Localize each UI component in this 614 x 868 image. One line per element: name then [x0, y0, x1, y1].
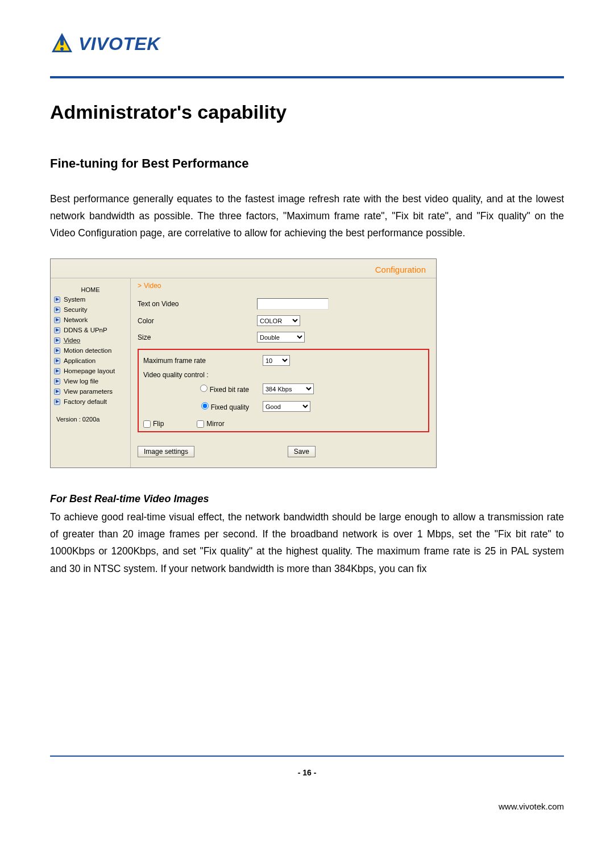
sidebar-item-view-parameters[interactable]: ▶ View parameters: [54, 386, 127, 397]
page-title: Administrator's capability: [50, 101, 564, 123]
header-rule: [50, 76, 564, 78]
arrow-right-icon: ▶: [54, 378, 60, 385]
arrow-right-icon: ▶: [54, 317, 60, 323]
configuration-screenshot: Configuration HOME ▶ System ▶ Security ▶…: [50, 258, 437, 468]
sidebar-item-motion-detection[interactable]: ▶ Motion detection: [54, 345, 127, 356]
config-content: >Video Text on Video Color COLOR Size: [130, 278, 436, 468]
subsection-paragraph: To achieve good real-time visual effect,…: [50, 508, 564, 577]
arrow-right-icon: ▶: [54, 307, 60, 313]
sidebar-item-label: DDNS & UPnP: [64, 327, 107, 333]
size-select[interactable]: Double: [257, 332, 305, 343]
breadcrumb: >Video: [138, 278, 429, 295]
label-size: Size: [138, 333, 257, 341]
sidebar-item-label: Homepage layout: [64, 368, 115, 374]
logo-mark-icon: [50, 32, 74, 56]
sidebar-item-system[interactable]: ▶ System: [54, 294, 127, 304]
label-max-frame-rate: Maximum frame rate: [143, 357, 263, 365]
section-heading: Fine-tuning for Best Performance: [50, 156, 564, 171]
frame-rate-select[interactable]: 10: [263, 355, 290, 366]
sidebar-item-label: View parameters: [64, 388, 113, 395]
sidebar-item-network[interactable]: ▶ Network: [54, 315, 127, 325]
label-color: Color: [138, 317, 257, 325]
sidebar-item-security[interactable]: ▶ Security: [54, 304, 127, 315]
mirror-checkbox[interactable]: [197, 420, 204, 428]
color-select[interactable]: COLOR: [257, 315, 300, 326]
arrow-right-icon: ▶: [54, 399, 60, 405]
sidebar-item-label: Factory default: [64, 398, 107, 405]
sidebar-item-factory-default[interactable]: ▶ Factory default: [54, 397, 127, 407]
sidebar-item-view-log-file[interactable]: ▶ View log file: [54, 376, 127, 386]
fixed-quality-radio-label[interactable]: Fixed quality: [143, 402, 263, 411]
sidebar-item-label: Application: [64, 357, 96, 364]
sidebar-item-label: Network: [64, 316, 88, 323]
bit-rate-select[interactable]: 384 Kbps: [263, 383, 314, 394]
label-flip: Flip: [153, 420, 164, 428]
flip-checkbox-label[interactable]: Flip: [143, 420, 164, 428]
quality-select[interactable]: Good: [263, 401, 310, 412]
arrow-right-icon: ▶: [54, 348, 60, 354]
sidebar-item-label: Security: [64, 306, 88, 313]
fixed-bit-rate-radio[interactable]: [200, 385, 208, 392]
sidebar-item-application[interactable]: ▶ Application: [54, 356, 127, 366]
brand-logo: VIVOTEK: [50, 32, 564, 56]
arrow-right-icon: ▶: [54, 358, 60, 364]
arrow-right-icon: ▶: [54, 337, 60, 344]
footer-url: www.vivotek.com: [499, 802, 564, 811]
label-video-quality-control: Video quality control :: [143, 369, 424, 381]
fixed-quality-radio[interactable]: [201, 402, 209, 410]
logo-text: VIVOTEK: [78, 34, 160, 55]
sidebar-item-label: View log file: [64, 378, 98, 385]
flip-checkbox[interactable]: [143, 420, 151, 428]
mirror-checkbox-label[interactable]: Mirror: [197, 420, 224, 428]
label-fixed-quality: Fixed quality: [211, 403, 249, 411]
arrow-right-icon: ▶: [54, 389, 60, 395]
highlighted-settings-box: Maximum frame rate 10 Video quality cont…: [138, 349, 429, 432]
sidebar-item-label: System: [64, 296, 85, 303]
sidebar-home-link[interactable]: HOME: [54, 284, 127, 294]
sidebar-item-video[interactable]: ▶ Video: [54, 335, 127, 345]
sidebar-item-label: Video: [64, 337, 80, 344]
sidebar-item-ddns-upnp[interactable]: ▶ DDNS & UPnP: [54, 325, 127, 335]
fixed-bit-rate-radio-label[interactable]: Fixed bit rate: [143, 385, 263, 394]
arrow-right-icon: ▶: [54, 297, 60, 303]
config-header-label: Configuration: [51, 259, 436, 278]
label-mirror: Mirror: [206, 420, 224, 428]
config-sidebar: HOME ▶ System ▶ Security ▶ Network ▶ DDN…: [51, 278, 130, 468]
text-on-video-input[interactable]: [257, 298, 329, 310]
subsection-heading: For Best Real-time Video Images: [50, 493, 564, 505]
arrow-right-icon: ▶: [54, 327, 60, 333]
sidebar-item-label: Motion detection: [64, 347, 111, 354]
breadcrumb-prefix: >: [138, 282, 142, 290]
image-settings-button[interactable]: Image settings: [138, 446, 194, 457]
footer-rule: [50, 756, 564, 757]
sidebar-version-label: Version : 0200a: [54, 407, 127, 423]
page-number: - 16 -: [0, 768, 614, 777]
intro-paragraph: Best performance generally equates to th…: [50, 190, 564, 241]
svg-point-3: [60, 47, 64, 51]
svg-rect-2: [60, 36, 64, 45]
arrow-right-icon: ▶: [54, 368, 60, 374]
save-button[interactable]: Save: [288, 446, 316, 457]
label-fixed-bit-rate: Fixed bit rate: [210, 386, 249, 394]
breadcrumb-video: Video: [144, 282, 161, 290]
sidebar-item-homepage-layout[interactable]: ▶ Homepage layout: [54, 366, 127, 376]
label-text-on-video: Text on Video: [138, 300, 257, 308]
